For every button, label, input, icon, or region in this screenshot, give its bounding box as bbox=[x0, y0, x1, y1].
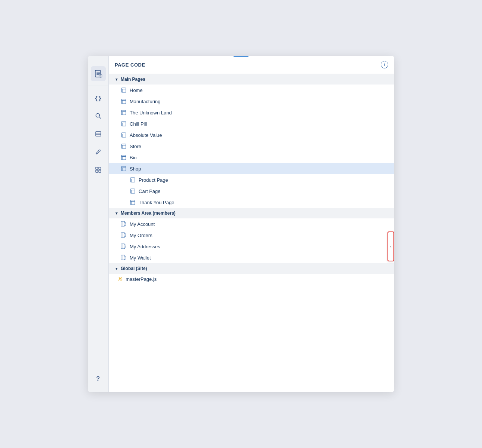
svg-rect-35 bbox=[130, 178, 135, 182]
my-account-icon bbox=[121, 221, 127, 227]
shop-label: Shop bbox=[130, 166, 141, 172]
unknown-land-page-icon bbox=[121, 110, 127, 116]
collapse-handle-button[interactable]: ‹ bbox=[387, 231, 394, 261]
tree-item-my-orders[interactable]: My Orders bbox=[109, 230, 394, 241]
panel-title: PAGE CODE bbox=[115, 62, 145, 68]
members-area-chevron: ▼ bbox=[115, 211, 118, 215]
bio-page-icon bbox=[121, 154, 127, 160]
svg-rect-38 bbox=[130, 189, 135, 193]
product-page-label: Product Page bbox=[139, 177, 168, 183]
panel-header: PAGE CODE i bbox=[109, 56, 394, 74]
tree-item-shop[interactable]: Shop bbox=[109, 163, 394, 174]
help-sidebar-icon[interactable]: ? bbox=[91, 371, 106, 386]
components-sidebar-icon[interactable] bbox=[91, 162, 106, 177]
svg-rect-41 bbox=[130, 200, 135, 205]
tools-sidebar-icon[interactable] bbox=[91, 144, 106, 159]
product-page-icon bbox=[130, 177, 136, 183]
svg-point-6 bbox=[96, 153, 97, 154]
manufacturing-page-icon bbox=[121, 98, 127, 104]
tree-item-product-page[interactable]: Product Page bbox=[109, 174, 394, 185]
collapse-arrow-icon: ‹ bbox=[390, 245, 391, 249]
tree-item-manufacturing[interactable]: Manufacturing bbox=[109, 96, 394, 107]
svg-rect-8 bbox=[99, 167, 101, 169]
search-sidebar-icon[interactable] bbox=[91, 108, 106, 123]
tree-item-my-wallet[interactable]: My Wallet bbox=[109, 252, 394, 263]
thank-you-page-label: Thank You Page bbox=[139, 200, 174, 205]
global-label: Global (Site) bbox=[121, 266, 147, 271]
tree-item-store[interactable]: Store bbox=[109, 141, 394, 152]
absolute-value-label: Absolute Value bbox=[130, 132, 162, 138]
home-label: Home bbox=[130, 88, 143, 93]
my-orders-icon bbox=[121, 232, 127, 238]
svg-rect-29 bbox=[121, 155, 126, 160]
tree-item-masterpage-js[interactable]: JS masterPage.js bbox=[109, 274, 394, 285]
js-badge: JS bbox=[118, 277, 123, 281]
global-chevron: ▼ bbox=[115, 267, 118, 271]
svg-rect-17 bbox=[121, 110, 126, 115]
svg-rect-3 bbox=[96, 132, 101, 136]
svg-rect-11 bbox=[121, 88, 126, 92]
shop-page-icon bbox=[121, 166, 127, 172]
unknown-land-label: The Unknown Land bbox=[130, 110, 172, 116]
app-container: {} bbox=[88, 56, 394, 392]
tree-item-cart-page[interactable]: Cart Page bbox=[109, 185, 394, 197]
my-addresses-label: My Addresses bbox=[130, 244, 160, 249]
masterpage-js-label: masterPage.js bbox=[126, 276, 157, 282]
cart-page-icon bbox=[130, 188, 136, 194]
absolute-value-page-icon bbox=[121, 132, 127, 138]
global-section-header[interactable]: ▼ Global (Site) bbox=[109, 263, 394, 274]
tree-item-bio[interactable]: Bio bbox=[109, 152, 394, 163]
home-page-icon bbox=[121, 87, 127, 93]
panel-spacer bbox=[109, 285, 394, 392]
thank-you-page-icon bbox=[130, 199, 136, 205]
page-code-sidebar-icon[interactable] bbox=[91, 66, 106, 81]
tree-item-my-addresses[interactable]: My Addresses bbox=[109, 241, 394, 252]
svg-rect-32 bbox=[121, 166, 126, 171]
cart-page-label: Cart Page bbox=[139, 188, 161, 194]
my-account-label: My Account bbox=[130, 221, 155, 227]
members-area-label: Members Area (members) bbox=[121, 211, 176, 216]
tree-item-my-account[interactable]: My Account bbox=[109, 218, 394, 230]
manufacturing-label: Manufacturing bbox=[130, 99, 160, 104]
braces-sidebar-icon[interactable]: {} bbox=[91, 90, 106, 105]
bio-label: Bio bbox=[130, 155, 137, 160]
my-addresses-icon bbox=[121, 243, 127, 249]
tree-item-thank-you-page[interactable]: Thank You Page bbox=[109, 197, 394, 208]
svg-rect-9 bbox=[96, 170, 98, 172]
my-wallet-icon bbox=[121, 255, 127, 261]
svg-rect-20 bbox=[121, 122, 126, 126]
svg-rect-23 bbox=[121, 133, 126, 137]
my-orders-label: My Orders bbox=[130, 233, 152, 238]
chill-pill-page-icon bbox=[121, 121, 127, 127]
tree-item-unknown-land[interactable]: The Unknown Land bbox=[109, 107, 394, 118]
info-icon-button[interactable]: i bbox=[381, 61, 388, 68]
main-pages-section-header[interactable]: ▼ Main Pages bbox=[109, 74, 394, 85]
my-wallet-label: My Wallet bbox=[130, 255, 151, 261]
main-pages-chevron: ▼ bbox=[115, 77, 118, 82]
top-indicator bbox=[234, 56, 248, 57]
main-pages-label: Main Pages bbox=[121, 77, 145, 82]
svg-rect-26 bbox=[121, 144, 126, 148]
main-panel: PAGE CODE i ▼ Main Pages Home bbox=[109, 56, 394, 392]
store-label: Store bbox=[130, 144, 141, 149]
tree-item-absolute-value[interactable]: Absolute Value bbox=[109, 129, 394, 141]
divider-1 bbox=[88, 86, 108, 86]
svg-rect-7 bbox=[96, 167, 98, 169]
tree-item-home[interactable]: Home bbox=[109, 85, 394, 96]
icon-sidebar: {} bbox=[88, 56, 109, 392]
svg-rect-10 bbox=[99, 170, 101, 172]
tree-item-chill-pill[interactable]: Chill Pill bbox=[109, 118, 394, 129]
database-sidebar-icon[interactable] bbox=[91, 126, 106, 141]
members-area-section-header[interactable]: ▼ Members Area (members) bbox=[109, 208, 394, 218]
svg-rect-14 bbox=[121, 99, 126, 104]
chill-pill-label: Chill Pill bbox=[130, 121, 147, 127]
store-page-icon bbox=[121, 143, 127, 149]
